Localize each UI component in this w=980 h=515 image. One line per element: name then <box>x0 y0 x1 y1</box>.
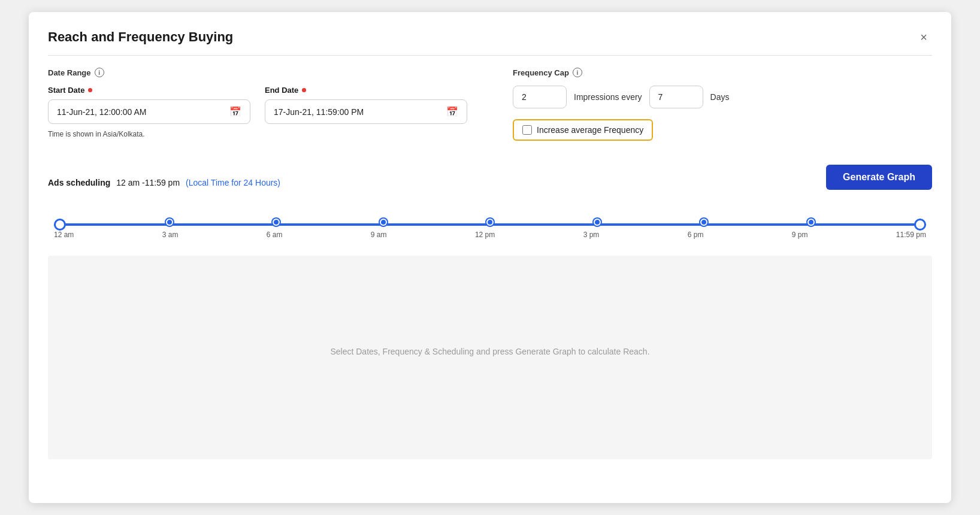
slider-track-wrapper: 12 am 3 am 6 am 9 am 12 pm 3 pm 6 pm 9 p… <box>48 223 932 239</box>
slider-label-5: 3 pm <box>583 231 600 239</box>
slider-label-7: 9 pm <box>792 231 808 239</box>
top-row: Date Range i Start Date 📅 End Dat <box>48 68 932 153</box>
ads-scheduling-row: Ads scheduling 12 am -11:59 pm (Local Ti… <box>48 178 280 187</box>
modal-container: Reach and Frequency Buying × Date Range … <box>29 12 951 503</box>
ads-scheduling-label: Ads scheduling <box>48 178 110 187</box>
slider-dot-3[interactable] <box>380 219 387 226</box>
start-date-required <box>88 88 92 92</box>
end-date-input[interactable] <box>274 107 441 117</box>
end-date-field: End Date 📅 <box>265 86 467 124</box>
slider-labels: 12 am 3 am 6 am 9 am 12 pm 3 pm 6 pm 9 p… <box>54 231 926 239</box>
end-date-calendar-icon[interactable]: 📅 <box>446 106 458 117</box>
slider-dot-6[interactable] <box>700 219 707 226</box>
frequency-row: Impressions every Days <box>513 86 932 108</box>
start-date-field: Start Date 📅 <box>48 86 250 124</box>
slider-dot-8[interactable] <box>914 219 926 231</box>
slider-dot-0[interactable] <box>54 219 66 231</box>
frequency-cap-label: Frequency Cap i <box>513 68 932 77</box>
end-date-input-wrapper[interactable]: 📅 <box>265 99 467 124</box>
slider-dot-2[interactable] <box>273 219 280 226</box>
close-button[interactable]: × <box>915 29 932 46</box>
impressions-label: Impressions every <box>574 92 642 102</box>
slider-label-2: 6 am <box>267 231 283 239</box>
slider-dot-5[interactable] <box>594 219 601 226</box>
increase-frequency-wrapper[interactable]: Increase average Frequency <box>513 119 653 141</box>
slider-dot-1[interactable] <box>166 219 173 226</box>
slider-label-6: 6 pm <box>688 231 704 239</box>
timezone-note: Time is shown in Asia/Kolkata. <box>48 130 467 138</box>
frequency-cap-info-icon[interactable]: i <box>573 68 582 77</box>
date-range-label: Date Range i <box>48 68 467 77</box>
ads-scheduling-note: (Local Time for 24 Hours) <box>186 178 280 187</box>
modal-title: Reach and Frequency Buying <box>48 29 233 45</box>
ads-scheduling-value: 12 am -11:59 pm <box>116 178 180 187</box>
chart-area: Select Dates, Frequency & Scheduling and… <box>48 256 932 459</box>
right-section: Frequency Cap i Impressions every Days I… <box>513 68 932 153</box>
end-date-required <box>302 88 306 92</box>
days-label: Days <box>710 92 730 102</box>
left-section: Date Range i Start Date 📅 End Dat <box>48 68 467 138</box>
slider-label-1: 3 am <box>162 231 179 239</box>
slider-section: 12 am 3 am 6 am 9 am 12 pm 3 pm 6 pm 9 p… <box>48 202 932 246</box>
date-fields: Start Date 📅 End Date 📅 <box>48 86 467 124</box>
impressions-input[interactable] <box>513 86 567 108</box>
frequency-cap-section: Frequency Cap i Impressions every Days I… <box>513 68 932 141</box>
slider-dots <box>54 219 926 231</box>
increase-frequency-label[interactable]: Increase average Frequency <box>537 125 643 135</box>
slider-label-4: 12 pm <box>475 231 495 239</box>
slider-track[interactable] <box>54 223 926 226</box>
start-date-calendar-icon[interactable]: 📅 <box>229 106 241 117</box>
slider-label-0: 12 am <box>54 231 74 239</box>
slider-label-3: 9 am <box>371 231 387 239</box>
bottom-section: 12 am 3 am 6 am 9 am 12 pm 3 pm 6 pm 9 p… <box>48 202 932 459</box>
increase-frequency-checkbox[interactable] <box>522 125 532 135</box>
scheduling-and-generate-row: Ads scheduling 12 am -11:59 pm (Local Ti… <box>48 163 932 190</box>
slider-dot-7[interactable] <box>807 219 815 226</box>
modal-header: Reach and Frequency Buying × <box>48 29 932 56</box>
slider-dot-4[interactable] <box>486 219 494 226</box>
generate-graph-button[interactable]: Generate Graph <box>826 165 932 190</box>
start-date-label: Start Date <box>48 86 250 95</box>
start-date-input[interactable] <box>57 107 225 117</box>
end-date-label: End Date <box>265 86 467 95</box>
chart-placeholder: Select Dates, Frequency & Scheduling and… <box>330 347 649 356</box>
days-input[interactable] <box>649 86 703 108</box>
date-range-info-icon[interactable]: i <box>95 68 104 77</box>
start-date-input-wrapper[interactable]: 📅 <box>48 99 250 124</box>
slider-label-8: 11:59 pm <box>896 231 926 239</box>
